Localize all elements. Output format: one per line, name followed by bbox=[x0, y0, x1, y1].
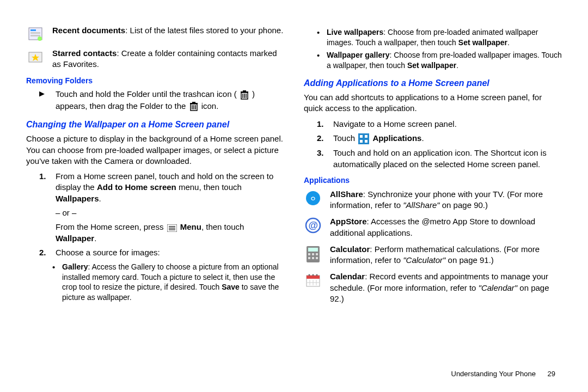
or-separator: – or – bbox=[56, 207, 284, 218]
starred-contacts-label: Starred contacts bbox=[52, 48, 117, 58]
svg-rect-36 bbox=[316, 253, 318, 255]
starred-contacts-icon bbox=[26, 48, 45, 65]
svg-point-48 bbox=[316, 274, 318, 276]
starred-contacts-text: Starred contacts: Create a folder contai… bbox=[52, 48, 284, 70]
addapps-step-3: 3. Touch and hold on an application icon… bbox=[317, 148, 562, 170]
applications-heading: Applications bbox=[304, 175, 562, 186]
step-number: 3. bbox=[317, 148, 328, 170]
calculator-row: Calculator: Perform mathematical calcula… bbox=[304, 244, 562, 266]
svg-rect-18 bbox=[192, 102, 195, 103]
applications-grid-icon bbox=[358, 133, 369, 144]
svg-rect-38 bbox=[312, 257, 314, 259]
svg-rect-34 bbox=[308, 253, 310, 255]
removing-folders-step: ▶ Touch and hold the Folder until the tr… bbox=[39, 89, 284, 112]
wallpaper-step-2: 2. Choose a source for images: bbox=[39, 247, 284, 258]
bullet-dot-icon: • bbox=[52, 262, 58, 303]
addapps-step-2: 2. Touch Applications. bbox=[317, 133, 562, 145]
allshare-icon: ㅇ bbox=[304, 189, 322, 206]
gallery-bullet-body: Gallery: Access the Gallery to choose a … bbox=[62, 262, 284, 303]
svg-text:ㅇ: ㅇ bbox=[310, 195, 316, 203]
svg-rect-39 bbox=[316, 257, 318, 259]
svg-rect-33 bbox=[308, 248, 318, 252]
wallpaper-gallery-body: Wallpaper gallery: Choose from pre-loade… bbox=[327, 50, 562, 71]
svg-rect-25 bbox=[365, 135, 367, 138]
menu-icon bbox=[167, 222, 177, 233]
adding-apps-heading: Adding Applications to a Home Screen pan… bbox=[304, 77, 562, 89]
allshare-text: AllShare: Synchronize your phone with yo… bbox=[330, 189, 562, 211]
appstore-icon: @ bbox=[304, 216, 322, 234]
footer-section: Understanding Your Phone bbox=[451, 370, 536, 378]
document-page: Recent documents: List of the latest fil… bbox=[0, 0, 588, 392]
svg-rect-27 bbox=[365, 140, 367, 143]
recent-documents-label: Recent documents bbox=[52, 26, 125, 35]
live-wallpapers-body: Live wallpapers: Choose from pre-loaded … bbox=[327, 27, 562, 48]
calendar-icon bbox=[304, 271, 322, 289]
svg-rect-2 bbox=[30, 32, 40, 34]
svg-rect-17 bbox=[190, 103, 198, 104]
svg-rect-35 bbox=[312, 253, 314, 255]
wallpaper-step-1-body: From a Home screen panel, touch and hold… bbox=[56, 171, 284, 244]
step-arrow-icon: ▶ bbox=[39, 89, 50, 112]
svg-rect-12 bbox=[243, 90, 246, 91]
recent-documents-text: Recent documents: List of the latest fil… bbox=[52, 25, 284, 36]
changing-wallpaper-heading: Changing the Wallpaper on a Home Screen … bbox=[26, 119, 284, 131]
footer-page-number: 29 bbox=[548, 370, 555, 378]
wallpaper-step-2-body: Choose a source for images: bbox=[56, 247, 284, 258]
svg-rect-41 bbox=[307, 275, 320, 279]
starred-contacts-row: Starred contacts: Create a folder contai… bbox=[26, 48, 284, 70]
removing-folders-body: Touch and hold the Folder until the tras… bbox=[56, 89, 284, 112]
svg-rect-37 bbox=[308, 257, 310, 259]
adding-apps-intro: You can add shortcuts to applications to… bbox=[304, 92, 562, 114]
wallpaper-gallery-bullet: • Wallpaper gallery: Choose from pre-loa… bbox=[317, 50, 562, 71]
removing-folders-heading: Removing Folders bbox=[26, 76, 284, 86]
svg-point-46 bbox=[309, 274, 310, 276]
gallery-bullet: • Gallery: Access the Gallery to choose … bbox=[52, 262, 284, 303]
recent-documents-row: Recent documents: List of the latest fil… bbox=[26, 25, 284, 42]
step-number: 2. bbox=[39, 247, 50, 258]
left-column: Recent documents: List of the latest fil… bbox=[26, 25, 284, 381]
svg-rect-1 bbox=[30, 29, 36, 31]
recent-documents-desc: : List of the latest files stored to you… bbox=[125, 26, 283, 35]
step-number: 2. bbox=[317, 133, 328, 145]
bullet-dot-icon: • bbox=[317, 50, 322, 71]
live-wallpapers-bullet: • Live wallpapers: Choose from pre-loade… bbox=[317, 27, 562, 48]
right-column: • Live wallpapers: Choose from pre-loade… bbox=[304, 25, 562, 381]
addapps-step-1: 1. Navigate to a Home screen panel. bbox=[317, 119, 562, 130]
calculator-text: Calculator: Perform mathematical calcula… bbox=[330, 244, 562, 266]
svg-point-47 bbox=[313, 274, 314, 276]
changing-wallpaper-intro: Choose a picture to display in the backg… bbox=[26, 133, 284, 167]
svg-rect-11 bbox=[241, 91, 248, 93]
recent-documents-icon bbox=[26, 25, 45, 42]
step-number: 1. bbox=[317, 119, 328, 130]
svg-rect-24 bbox=[360, 135, 363, 138]
svg-point-4 bbox=[38, 36, 42, 41]
trashcan-icon bbox=[189, 101, 198, 112]
allshare-row: ㅇ AllShare: Synchronize your phone with … bbox=[304, 189, 562, 211]
step-number: 1. bbox=[39, 171, 50, 244]
wallpaper-step-1: 1. From a Home screen panel, touch and h… bbox=[39, 171, 284, 244]
calendar-row: Calendar: Record events and appointments… bbox=[304, 271, 562, 304]
svg-rect-26 bbox=[360, 140, 363, 143]
bullet-dot-icon: • bbox=[317, 27, 322, 48]
page-footer: Understanding Your Phone 29 bbox=[451, 369, 556, 379]
svg-rect-3 bbox=[30, 35, 40, 36]
trashcan-icon bbox=[240, 89, 249, 100]
svg-text:@: @ bbox=[308, 220, 318, 231]
appstore-text: AppStore: Accesses the @metro App Store … bbox=[330, 216, 562, 238]
calendar-text: Calendar: Record events and appointments… bbox=[330, 271, 562, 304]
appstore-row: @ AppStore: Accesses the @metro App Stor… bbox=[304, 216, 562, 238]
calculator-icon bbox=[304, 244, 322, 264]
